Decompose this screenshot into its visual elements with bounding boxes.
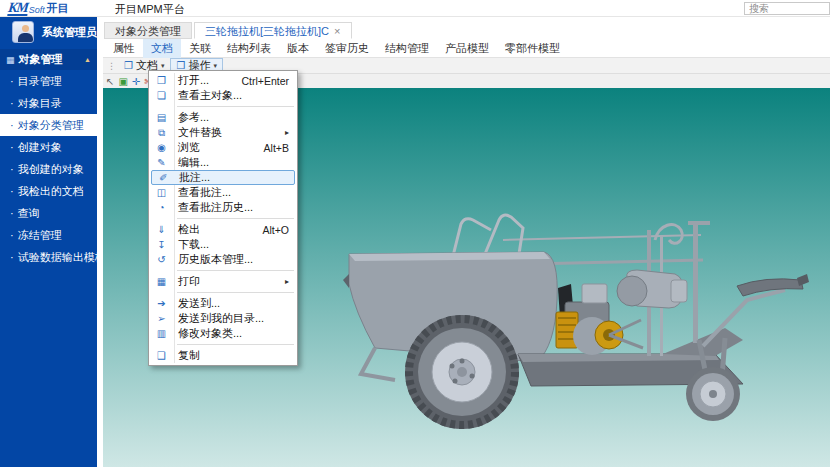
annotate-icon: ✐	[152, 172, 175, 183]
user-name: 系统管理员	[42, 25, 97, 40]
app-title: 开目MPM平台	[115, 2, 185, 17]
tab-approval-history[interactable]: 签审历史	[317, 39, 377, 58]
send-to-my-catalog-icon: ➢	[149, 313, 174, 324]
menu-item-open[interactable]: ❐ 打开... Ctrl+Enter	[149, 73, 297, 88]
sidebar-item-create-object[interactable]: ·创建对象	[0, 136, 97, 158]
sidebar-item-my-checked-out-docs[interactable]: ·我检出的文档	[0, 180, 97, 202]
tab-structure-management[interactable]: 结构管理	[377, 39, 437, 58]
logo-soft-text: Soft	[29, 5, 45, 15]
sidebar-item-object-classification[interactable]: ·对象分类管理	[0, 114, 97, 136]
logo-cn-text: 开目	[47, 1, 69, 16]
image-icon[interactable]: ▣	[118, 75, 127, 88]
check-out-icon: ⇓	[149, 224, 174, 235]
sidebar-item-catalog-management[interactable]: ·目录管理	[0, 70, 97, 92]
menu-item-file-replace[interactable]: ⧉ 文件替换 ▸	[149, 125, 297, 140]
menu-item-annotate[interactable]: ✐ 批注...	[151, 170, 295, 185]
sidebar-item-my-created-objects[interactable]: ·我创建的对象	[0, 158, 97, 180]
edit-icon: ✎	[149, 157, 174, 168]
reference-icon: ▤	[149, 112, 174, 123]
object-management-icon: ▦	[6, 55, 15, 65]
menu-item-check-out[interactable]: ⇓ 检出 Alt+O	[149, 222, 297, 237]
menu-item-reference[interactable]: ▤ 参考...	[149, 110, 297, 125]
tab-associations[interactable]: 关联	[181, 39, 219, 58]
application-window: KM Soft 开目 开目MPM平台 系统管理员 ▦ 对象管理 ▲ ·目录管理 …	[0, 0, 830, 467]
sidebar-item-object-catalog[interactable]: ·对象目录	[0, 92, 97, 114]
history-version-icon: ↺	[149, 254, 174, 265]
print-icon: ▦	[149, 276, 174, 287]
tab-documents[interactable]: 文档	[143, 39, 181, 58]
tab-object-classification[interactable]: 对象分类管理	[104, 22, 192, 39]
sidebar-item-test-data-template[interactable]: ·试验数据输出模板	[0, 246, 97, 268]
detail-tab-bar: 属性 文档 关联 结构列表 版本 签审历史 结构管理 产品模型 零部件模型	[103, 39, 830, 57]
tab-product-model[interactable]: 产品模型	[437, 39, 497, 58]
kmsoft-logo: KM Soft 开目	[8, 0, 69, 17]
user-row: 系统管理员	[0, 17, 97, 47]
top-bar: KM Soft 开目 开目MPM平台	[0, 0, 830, 17]
browse-icon: ◉	[149, 142, 174, 153]
menu-item-download[interactable]: ↧ 下载...	[149, 237, 297, 252]
chevron-down-icon: ▾	[161, 62, 165, 70]
menu-item-send-to-my-catalog[interactable]: ➢ 发送到我的目录...	[149, 311, 297, 326]
submenu-arrow-icon: ▸	[285, 277, 297, 286]
tab-part-model[interactable]: 零部件模型	[497, 39, 568, 58]
menu-separator	[177, 344, 294, 345]
view-annotations-icon: ◫	[149, 187, 174, 198]
open-icon: ❐	[149, 75, 174, 86]
file-replace-icon: ⧉	[149, 127, 174, 139]
menu-item-history-version[interactable]: ↺ 历史版本管理...	[149, 252, 297, 267]
menu-item-view-annotations[interactable]: ◫ 查看批注...	[149, 185, 297, 200]
menu-separator	[177, 270, 294, 271]
submenu-arrow-icon: ▸	[285, 128, 297, 137]
operation-dropdown-menu: ❐ 打开... Ctrl+Enter ❏ 查看主对象... ▤ 参考... ⧉ …	[148, 70, 298, 366]
download-icon: ↧	[149, 239, 174, 250]
sidebar: 系统管理员 ▦ 对象管理 ▲ ·目录管理 ·对象目录 ·对象分类管理 ·创建对象…	[0, 17, 97, 467]
sidebar-item-freeze-management[interactable]: ·冻结管理	[0, 224, 97, 246]
sidebar-section-object-management[interactable]: ▦ 对象管理 ▲	[0, 49, 97, 70]
tab-three-wheel-tractor[interactable]: 三轮拖拉机[三轮拖拉机]C×	[194, 22, 352, 39]
document-tab-bar: 对象分类管理 三轮拖拉机[三轮拖拉机]C×	[103, 17, 830, 39]
toolbar-grip: ⋮	[107, 61, 116, 71]
menu-item-modify-object-class[interactable]: ▥ 修改对象类...	[149, 326, 297, 341]
tab-versions[interactable]: 版本	[279, 39, 317, 58]
menu-item-edit[interactable]: ✎ 编辑...	[149, 155, 297, 170]
menu-item-browse[interactable]: ◉ 浏览 Alt+B	[149, 140, 297, 155]
modify-object-class-icon: ▥	[149, 328, 174, 339]
chevron-down-icon: ▾	[213, 62, 217, 70]
menu-item-view-annotation-history[interactable]: ◔ 查看批注历史...	[149, 200, 297, 215]
sidebar-item-query[interactable]: ·查询	[0, 202, 97, 224]
menu-item-send-to[interactable]: ➔ 发送到...	[149, 296, 297, 311]
annotation-history-icon: ◔	[149, 202, 174, 213]
menu-item-copy[interactable]: ❑ 复制	[149, 348, 297, 363]
menu-separator	[177, 106, 294, 107]
menu-separator	[177, 292, 294, 293]
avatar-head	[22, 25, 29, 32]
search-input[interactable]	[744, 2, 830, 15]
send-to-icon: ➔	[149, 298, 174, 309]
tab-close-icon[interactable]: ×	[334, 25, 340, 37]
view-main-object-icon: ❏	[149, 90, 174, 101]
collapse-arrow-icon[interactable]: ▲	[84, 56, 91, 63]
tab-properties[interactable]: 属性	[105, 39, 143, 58]
select-cursor-icon[interactable]: ↖	[106, 75, 114, 88]
menu-separator	[177, 218, 294, 219]
user-avatar[interactable]	[12, 21, 34, 43]
document-icon: ❐	[124, 60, 133, 71]
copy-icon: ❑	[149, 350, 174, 361]
tab-structure-list[interactable]: 结构列表	[219, 39, 279, 58]
menu-item-print[interactable]: ▦ 打印 ▸	[149, 274, 297, 289]
move-icon[interactable]: ✛	[132, 75, 140, 88]
avatar-torso	[18, 33, 33, 43]
menu-item-view-main-object[interactable]: ❏ 查看主对象...	[149, 88, 297, 103]
sidebar-section-label: 对象管理	[19, 52, 63, 67]
logo-km-text: KM	[7, 2, 28, 16]
